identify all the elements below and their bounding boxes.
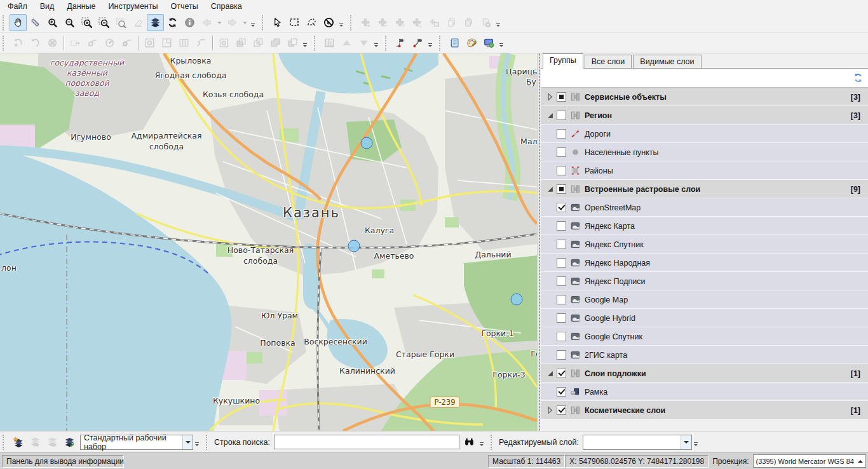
chevron-down-icon[interactable] <box>182 435 193 449</box>
toolbar-grip[interactable] <box>439 36 444 51</box>
object-info-button[interactable] <box>181 14 198 31</box>
toolbar-overflow-button[interactable] <box>496 15 501 31</box>
layers-apply-button[interactable] <box>61 433 78 451</box>
layer-checkbox[interactable] <box>557 111 566 120</box>
toolbar-overflow-button[interactable] <box>693 434 699 451</box>
nav-forward-button-dropdown[interactable] <box>241 14 249 31</box>
tab-0[interactable]: Группы <box>543 53 583 69</box>
chevron-down-icon[interactable] <box>681 435 691 449</box>
tree-row[interactable]: Рамка <box>541 383 868 401</box>
projection-select[interactable]: (3395) World Mercator WGS 84 <box>753 454 866 468</box>
menu-item-1[interactable]: Вид <box>34 1 61 12</box>
style-palette-button[interactable] <box>463 34 480 51</box>
tree-row[interactable]: Яндекс Народная <box>541 254 868 272</box>
tree-row[interactable]: Дороги <box>541 125 868 143</box>
tree-row[interactable]: Регион[3] <box>541 106 868 125</box>
favorite-layers-button[interactable] <box>10 433 27 451</box>
tree-row[interactable]: Яндекс Спутник <box>541 235 868 254</box>
toolbar-grip[interactable] <box>206 435 210 450</box>
layer-checkbox[interactable] <box>557 387 566 397</box>
tree-row[interactable]: Яндекс Карта <box>541 217 868 235</box>
toolbar-overflow-button[interactable] <box>250 15 256 31</box>
layer-checkbox[interactable] <box>557 129 566 139</box>
search-input[interactable] <box>274 435 459 449</box>
zoom-in-window-tool-button[interactable] <box>78 14 95 31</box>
toolbar-grip[interactable] <box>385 36 390 51</box>
chevron-collapsed-icon[interactable] <box>545 405 555 416</box>
pan-tool-button[interactable] <box>10 14 27 31</box>
layer-filter-input[interactable] <box>543 71 850 86</box>
layer-checkbox[interactable] <box>557 276 566 286</box>
layer-checkbox[interactable] <box>557 203 566 212</box>
layer-checkbox[interactable] <box>557 295 566 304</box>
layer-checkbox[interactable] <box>557 258 566 268</box>
menu-item-5[interactable]: Справка <box>205 1 248 12</box>
tab-1[interactable]: Все слои <box>585 55 632 68</box>
chevron-collapsed-icon[interactable] <box>545 92 555 102</box>
layer-checkbox[interactable] <box>557 240 566 249</box>
refresh-map-button[interactable] <box>164 14 181 31</box>
toolbar-overflow-button[interactable] <box>499 35 505 51</box>
layer-visibility-button[interactable] <box>147 14 164 31</box>
tree-row[interactable]: Районы <box>541 161 868 180</box>
menu-item-2[interactable]: Данные <box>60 1 102 12</box>
layer-checkbox[interactable] <box>557 405 566 415</box>
toolbar-overflow-button[interactable] <box>302 35 308 51</box>
toolbar-overflow-button[interactable] <box>428 35 433 51</box>
tree-row[interactable]: Яндекс Подписи <box>541 272 868 290</box>
menu-item-4[interactable]: Отчеты <box>164 1 204 12</box>
toolbar-overflow-button[interactable] <box>479 434 485 451</box>
layer-checkbox[interactable] <box>557 332 566 341</box>
nav-back-button-dropdown[interactable] <box>215 14 224 31</box>
tree-row[interactable]: Населенные пункты <box>541 143 868 161</box>
layer-checkbox[interactable] <box>557 166 566 175</box>
toolbar-overflow-button[interactable] <box>194 434 200 451</box>
toolbar-grip[interactable] <box>491 435 495 450</box>
tree-row[interactable]: Сервисные объекты[3] <box>541 88 868 106</box>
clear-selection-button[interactable] <box>320 14 337 31</box>
layer-checkbox[interactable] <box>557 369 566 378</box>
layer-checkbox[interactable] <box>557 184 566 194</box>
layer-checkbox[interactable] <box>557 313 566 323</box>
edit-layer-select[interactable] <box>583 435 692 450</box>
bookmark-backward-button[interactable] <box>392 34 409 51</box>
layer-checkbox[interactable] <box>557 350 566 360</box>
select-rectangle-button[interactable] <box>286 14 303 31</box>
toolbar-overflow-button[interactable] <box>374 35 379 51</box>
find-button[interactable] <box>461 433 478 451</box>
web-map-button[interactable] <box>480 34 498 51</box>
tab-2[interactable]: Видимые слои <box>633 55 701 68</box>
toolbar-grip[interactable] <box>3 36 7 51</box>
menu-item-0[interactable]: Файл <box>1 1 34 12</box>
layer-checkbox[interactable] <box>557 147 566 157</box>
layer-checkbox[interactable] <box>557 221 566 231</box>
menu-item-3[interactable]: Инструменты <box>102 1 165 12</box>
map-marker[interactable] <box>511 294 523 306</box>
workset-select[interactable]: Стандартный рабочий набор <box>80 435 193 450</box>
tree-row[interactable]: 2ГИС карта <box>541 346 868 364</box>
tree-row[interactable]: Встроенные растровые слои[9] <box>541 180 868 198</box>
refresh-layers-icon[interactable] <box>850 71 865 86</box>
tree-row[interactable]: Косметические слои[1] <box>541 401 868 419</box>
toolbar-grip[interactable] <box>262 15 266 31</box>
chevron-expanded-icon[interactable] <box>545 368 555 379</box>
map-marker[interactable] <box>361 137 373 149</box>
chevron-expanded-icon[interactable] <box>545 110 555 121</box>
map-canvas[interactable] <box>0 53 537 431</box>
tree-row[interactable]: Google Map <box>541 290 868 309</box>
toolbar-grip[interactable] <box>350 15 355 31</box>
zoom-in-tool-button[interactable] <box>44 14 61 31</box>
map-viewport[interactable]: государственныйказённыйпороховойзаводКры… <box>0 53 537 431</box>
zoom-out-tool-button[interactable] <box>61 14 78 31</box>
layer-checkbox[interactable] <box>557 92 566 102</box>
map-marker[interactable] <box>348 240 360 252</box>
notes-button[interactable] <box>446 34 463 51</box>
tree-row[interactable]: Google Hybrid <box>541 309 868 327</box>
select-cursor-button[interactable] <box>269 14 286 31</box>
bookmark-forward-button[interactable] <box>409 34 426 51</box>
select-polygon-button[interactable] <box>303 14 320 31</box>
toolbar-overflow-button[interactable] <box>339 15 344 31</box>
zoom-out-window-tool-button[interactable] <box>95 14 112 31</box>
toolbar-grip[interactable] <box>314 36 318 51</box>
chevron-expanded-icon[interactable] <box>545 184 555 194</box>
